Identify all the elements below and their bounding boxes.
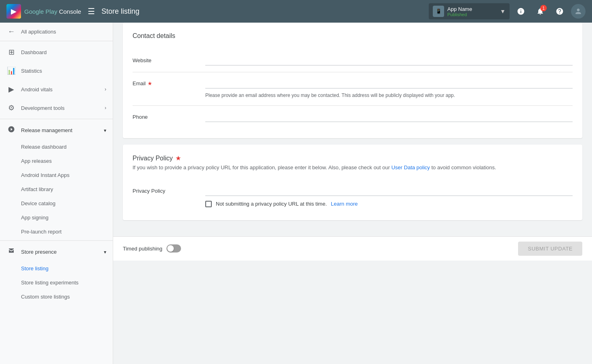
email-hint: Please provide an email address where yo…	[205, 92, 573, 99]
sidebar-store-presence-label: Store presence	[21, 249, 57, 255]
chevron-right-icon2: ›	[105, 105, 106, 111]
contact-details-content: Contact details Website Email	[123, 23, 582, 138]
logo-text: Google Play Console	[24, 8, 81, 15]
notification-button[interactable]: 1	[532, 3, 548, 19]
app-icon: 📱	[433, 6, 444, 17]
sidebar-release-label: Release management	[21, 127, 72, 133]
email-field: Please provide an email address where yo…	[205, 79, 573, 99]
dashboard-icon: ⊞	[6, 48, 16, 57]
privacy-checkbox[interactable]	[205, 201, 212, 207]
layout: ← All applications ⊞ Dashboard 📊 Statist…	[0, 23, 592, 364]
sidebar-sub-artifact[interactable]: Artifact library	[0, 182, 113, 196]
sidebar-dashboard-label: Dashboard	[21, 49, 47, 55]
phone-label: Phone	[133, 112, 205, 120]
email-input[interactable]	[205, 79, 573, 88]
sidebar-sub-store-experiments[interactable]: Store listing experiments	[0, 276, 113, 290]
privacy-policy-desc: If you wish to provide a privacy policy …	[133, 164, 573, 172]
sidebar-sub-pre-launch[interactable]: Pre-launch report	[0, 225, 113, 239]
privacy-policy-label: Privacy Policy	[133, 186, 205, 194]
privacy-policy-card: Privacy Policy ★ If you wish to provide …	[123, 145, 582, 220]
website-label: Website	[133, 56, 205, 63]
checkbox-row: Not submitting a privacy policy URL at t…	[205, 201, 573, 207]
chevron-right-icon: ›	[105, 86, 106, 92]
timed-publishing-toggle[interactable]	[166, 244, 181, 252]
privacy-policy-row: Privacy Policy Not submitting a privacy …	[133, 180, 573, 210]
sidebar-vitals-label: Android vitals	[21, 86, 53, 93]
notification-badge: 1	[540, 5, 547, 11]
main-inner: Contact details Website Email	[113, 23, 592, 236]
release-icon	[6, 126, 16, 135]
sidebar-sub-app-releases[interactable]: App releases	[0, 154, 113, 168]
phone-field	[205, 112, 573, 122]
timed-publishing: Timed publishing	[123, 244, 181, 252]
contact-details-card: Contact details Website Email	[123, 23, 582, 138]
avatar[interactable]	[571, 4, 586, 19]
topbar: ▶ Google Play Console ☰ Store listing 📱 …	[0, 0, 592, 23]
chevron-down2-icon: ▾	[104, 128, 106, 133]
sidebar-statistics-label: Statistics	[21, 68, 42, 74]
sidebar-section-store-presence[interactable]: Store presence ▾	[0, 242, 113, 261]
chevron-down3-icon: ▾	[104, 249, 106, 255]
logo: ▶ Google Play Console	[6, 4, 81, 19]
back-icon: ←	[6, 27, 16, 36]
main-content: Contact details Website Email	[113, 23, 592, 364]
learn-more-link[interactable]: Learn more	[331, 201, 358, 207]
sidebar-item-dev-tools[interactable]: ⚙ Development tools ›	[0, 99, 113, 117]
privacy-policy-title: Privacy Policy ★	[133, 154, 573, 162]
sidebar-back-label: All applications	[21, 29, 56, 35]
sidebar-item-back[interactable]: ← All applications	[0, 23, 113, 41]
submit-update-button[interactable]: SUBMIT UPDATE	[518, 242, 582, 256]
sidebar-item-android-vitals[interactable]: ▶ Android vitals ›	[0, 80, 113, 99]
logo-icon: ▶	[6, 4, 21, 19]
app-status: Published	[447, 12, 497, 17]
bottom-bar: Timed publishing SUBMIT UPDATE	[113, 236, 592, 261]
app-selector[interactable]: 📱 App Name Published ▼	[429, 3, 510, 19]
sidebar-item-dashboard[interactable]: ⊞ Dashboard	[0, 43, 113, 61]
website-input[interactable]	[205, 56, 573, 65]
app-name: App Name	[447, 6, 497, 12]
sidebar-sub-app-signing[interactable]: App signing	[0, 210, 113, 225]
email-label: Email ★	[133, 79, 205, 86]
privacy-policy-input[interactable]	[205, 186, 573, 196]
privacy-required-star: ★	[175, 154, 181, 162]
website-row: Website	[133, 49, 573, 72]
email-required-star: ★	[147, 80, 152, 86]
store-icon	[6, 247, 16, 257]
contact-details-title: Contact details	[133, 32, 573, 40]
help-button[interactable]	[552, 3, 568, 19]
vitals-icon: ▶	[6, 85, 16, 94]
statistics-icon: 📊	[6, 66, 16, 75]
sidebar-section-release-management[interactable]: Release management ▾	[0, 121, 113, 140]
sidebar-item-statistics[interactable]: 📊 Statistics	[0, 61, 113, 80]
sidebar: ← All applications ⊞ Dashboard 📊 Statist…	[0, 23, 113, 364]
timed-publishing-label: Timed publishing	[123, 246, 162, 252]
info-button[interactable]	[513, 3, 529, 19]
sidebar-sub-custom-listings[interactable]: Custom store listings	[0, 290, 113, 304]
sidebar-sub-android-instant[interactable]: Android Instant Apps	[0, 168, 113, 182]
toggle-knob	[167, 245, 174, 252]
dev-tools-icon: ⚙	[6, 103, 16, 112]
page-title: Store listing	[101, 7, 429, 16]
user-data-policy-link[interactable]: User Data policy	[391, 164, 430, 170]
topbar-right: 📱 App Name Published ▼ 1	[429, 3, 586, 19]
sidebar-divider2	[0, 240, 113, 241]
website-field	[205, 56, 573, 65]
sidebar-sub-release-dashboard[interactable]: Release dashboard	[0, 140, 113, 154]
sidebar-dev-tools-label: Development tools	[21, 105, 65, 111]
email-row: Email ★ Please provide an email address …	[133, 72, 573, 106]
chevron-down-icon: ▼	[500, 8, 506, 15]
privacy-policy-field: Not submitting a privacy policy URL at t…	[205, 186, 573, 207]
hamburger-icon[interactable]: ☰	[88, 6, 95, 16]
app-info: App Name Published	[447, 6, 497, 17]
phone-input[interactable]	[205, 112, 573, 122]
privacy-section: Privacy Policy ★ If you wish to provide …	[123, 145, 582, 220]
sidebar-sub-device-catalog[interactable]: Device catalog	[0, 196, 113, 210]
checkbox-label: Not submitting a privacy policy URL at t…	[216, 201, 327, 207]
sidebar-sub-store-listing[interactable]: Store listing	[0, 261, 113, 276]
sidebar-divider	[0, 119, 113, 119]
phone-row: Phone	[133, 106, 573, 128]
